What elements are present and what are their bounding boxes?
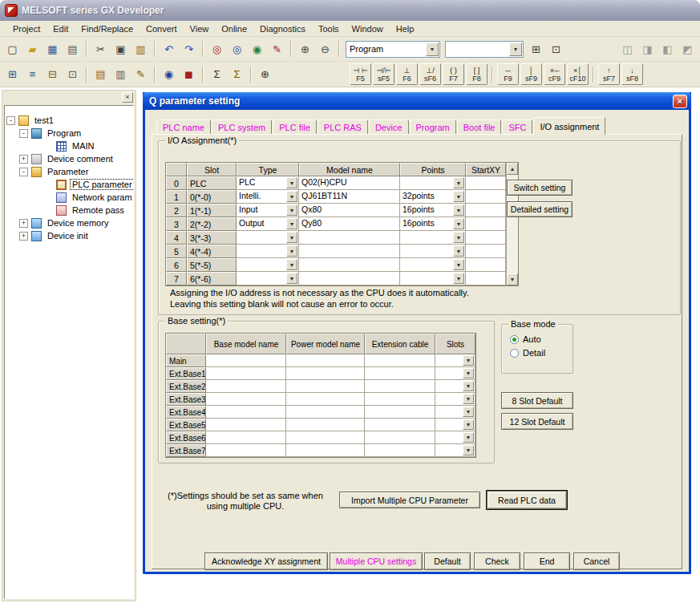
parameter-tab[interactable]: PLC system <box>212 119 272 135</box>
menu-item[interactable]: Find/Replace <box>75 22 140 35</box>
io-model-cell[interactable]: Q02(H)CPU <box>299 176 400 190</box>
chevron-down-icon[interactable] <box>453 232 464 243</box>
chevron-down-icon[interactable] <box>453 259 464 270</box>
comment-display-icon[interactable]: ⊡ <box>547 40 565 58</box>
parameter-tab[interactable]: PLC RAS <box>318 119 368 135</box>
io-type-cell[interactable] <box>237 231 299 245</box>
ladder-fkey-button[interactable]: ⊥F6 <box>396 63 418 85</box>
save-project-icon[interactable]: ▦ <box>43 40 62 58</box>
io-model-cell[interactable] <box>299 272 400 285</box>
undo-icon[interactable]: ↶ <box>160 40 178 58</box>
tree-item[interactable]: - Parameter <box>5 165 133 178</box>
menu-item[interactable]: Tools <box>312 22 346 35</box>
tree-expander[interactable]: - <box>6 116 15 125</box>
io-startxy-cell[interactable] <box>466 258 506 272</box>
instruction-list-icon[interactable]: ≡ <box>23 66 42 83</box>
chevron-down-icon[interactable] <box>286 177 297 188</box>
ladder-fkey-button[interactable]: ( )F7 <box>443 63 464 85</box>
io-startxy-cell[interactable] <box>466 204 506 217</box>
menu-item[interactable]: Diagnostics <box>253 22 312 35</box>
acknowledge-xy-assignment-button[interactable]: Acknowledge XY assignment <box>204 552 328 570</box>
chevron-down-icon[interactable] <box>453 191 464 202</box>
chevron-down-icon[interactable] <box>453 177 464 188</box>
label-program-icon[interactable]: ⊡ <box>63 66 82 83</box>
detailed-setting-button[interactable]: Detailed setting <box>507 201 573 217</box>
io-points-cell[interactable] <box>400 231 466 245</box>
new-project-icon[interactable]: ▢ <box>3 40 22 58</box>
io-model-cell[interactable] <box>299 231 400 245</box>
tree-expander[interactable]: + <box>19 232 28 241</box>
base-mode-detail-radio[interactable]: Detail <box>510 348 573 358</box>
slots-cell[interactable] <box>435 380 475 393</box>
project-data-list-icon[interactable]: ⊞ <box>527 40 545 58</box>
cut-icon[interactable]: ✂ <box>91 40 110 58</box>
power-model-cell[interactable] <box>286 431 365 444</box>
tree-expander[interactable]: - <box>19 168 28 176</box>
io-model-cell[interactable]: Qx80 <box>299 204 400 217</box>
monitor-stop-icon[interactable]: ◼ <box>180 66 198 83</box>
io-model-cell[interactable] <box>299 258 400 272</box>
io-type-cell[interactable]: PLC <box>237 176 299 190</box>
find-string-icon[interactable]: ◉ <box>248 40 266 58</box>
import-multiple-cpu-parameter-button[interactable]: Import Multiple CPU Parameter <box>339 492 480 508</box>
base-model-cell[interactable] <box>206 393 286 406</box>
switch-setting-button[interactable]: Switch setting <box>507 180 573 196</box>
ladder-fkey-button[interactable]: ×─cF9 <box>544 63 565 85</box>
chevron-down-icon[interactable] <box>426 42 439 56</box>
sfc-view-icon[interactable]: ⊟ <box>43 66 62 83</box>
slots-cell[interactable] <box>435 431 475 444</box>
tree-item[interactable]: + Device init <box>5 229 133 242</box>
power-model-cell[interactable] <box>286 367 365 380</box>
chevron-down-icon[interactable] <box>463 394 474 404</box>
ladder-fkey-button[interactable]: ↑sF7 <box>598 63 620 85</box>
paste-icon[interactable]: ▥ <box>132 40 150 58</box>
program-monitor-icon[interactable]: ◉ <box>160 66 178 83</box>
slot8-default-button[interactable]: 8 Slot Default <box>501 392 573 409</box>
io-startxy-cell[interactable] <box>466 245 506 258</box>
slots-cell[interactable] <box>435 367 475 380</box>
zoom-out-icon[interactable]: ⊖ <box>316 40 334 58</box>
tree-item[interactable]: - Program <box>5 127 133 140</box>
scroll-up-icon[interactable]: ▲ <box>507 163 518 175</box>
tree-item[interactable]: PLC parameter <box>5 178 133 191</box>
chevron-down-icon[interactable] <box>463 381 474 391</box>
extension-cable-cell[interactable] <box>365 444 435 457</box>
zoom-in-icon[interactable]: ⊕ <box>296 40 314 58</box>
program-selector-combo[interactable]: Program <box>346 41 440 58</box>
ladder-fkey-button[interactable]: │sF9 <box>520 63 542 85</box>
slots-cell[interactable] <box>435 354 475 367</box>
check-button[interactable]: Check <box>474 552 520 570</box>
chevron-down-icon[interactable] <box>453 218 464 229</box>
io-points-cell[interactable]: 32points <box>400 190 466 204</box>
chevron-down-icon[interactable] <box>286 273 297 284</box>
find-device-icon[interactable]: ◎ <box>208 40 226 58</box>
cross-reference-icon[interactable]: ◧ <box>658 40 677 58</box>
chevron-down-icon[interactable] <box>453 204 464 216</box>
io-startxy-cell[interactable] <box>466 217 506 231</box>
io-points-cell[interactable] <box>400 245 466 258</box>
ladder-fkey-button[interactable]: ⊣/⊢sF5 <box>373 63 395 85</box>
chevron-down-icon[interactable] <box>453 273 464 284</box>
chevron-down-icon[interactable] <box>286 218 297 229</box>
open-project-icon[interactable]: ▰ <box>23 40 42 58</box>
tree-item[interactable]: Remote pass <box>5 204 133 217</box>
menu-item[interactable]: Window <box>346 22 390 35</box>
power-model-cell[interactable] <box>286 419 365 431</box>
tree-expander[interactable]: - <box>19 129 28 138</box>
chevron-down-icon[interactable] <box>286 204 297 216</box>
tree-item[interactable]: + Device memory <box>5 217 133 229</box>
base-mode-auto-radio[interactable]: Auto <box>510 334 573 344</box>
io-points-cell[interactable] <box>400 272 466 285</box>
menu-item[interactable]: Convert <box>140 22 184 35</box>
device-comment-edit-icon[interactable]: ▤ <box>91 66 110 83</box>
extension-cable-cell[interactable] <box>365 367 435 380</box>
cancel-button[interactable]: Cancel <box>573 552 620 570</box>
io-points-cell[interactable] <box>400 258 466 272</box>
slots-cell[interactable] <box>435 444 475 457</box>
tree-expander[interactable]: + <box>19 219 28 228</box>
parameter-tab[interactable]: Boot file <box>457 119 502 135</box>
io-model-cell[interactable]: QJ61BT11N <box>299 190 400 204</box>
io-type-cell[interactable]: Input <box>237 204 299 217</box>
base-model-cell[interactable] <box>206 406 286 419</box>
chevron-down-icon[interactable] <box>453 245 464 257</box>
